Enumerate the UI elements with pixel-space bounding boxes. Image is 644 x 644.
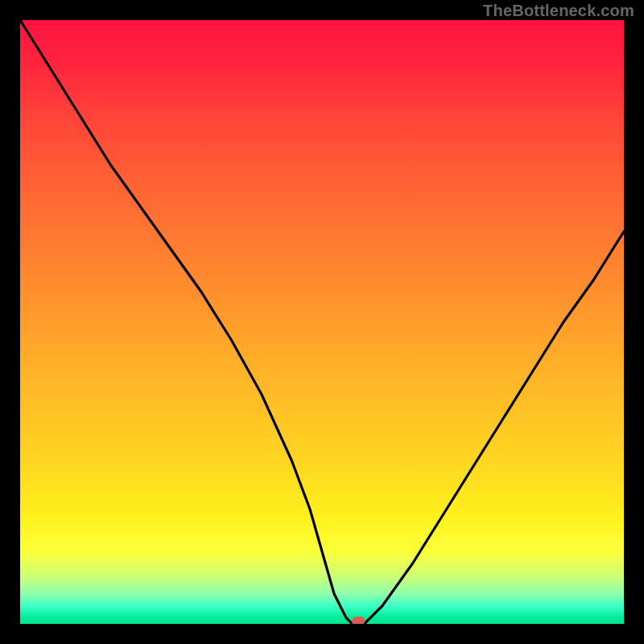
optimal-marker: [352, 617, 365, 625]
bottleneck-curve: [20, 20, 624, 624]
plot-area: [20, 20, 624, 624]
chart-frame: TheBottleneck.com: [0, 0, 644, 644]
curve-path: [20, 20, 624, 624]
watermark-text: TheBottleneck.com: [483, 2, 634, 20]
